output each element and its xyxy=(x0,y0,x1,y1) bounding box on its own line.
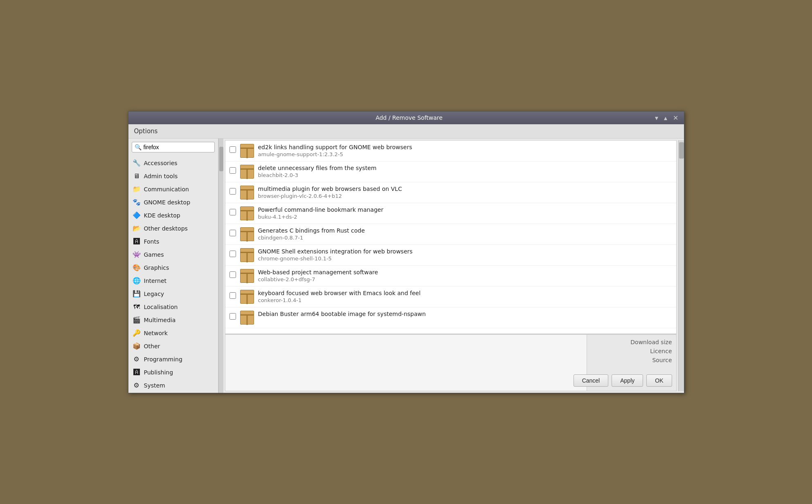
package-item[interactable]: ed2k links handling support for GNOME we… xyxy=(225,141,676,161)
package-title: ed2k links handling support for GNOME we… xyxy=(258,144,672,150)
minimize-button[interactable]: ▾ xyxy=(653,114,660,122)
licence-row: Licence xyxy=(591,348,672,354)
package-title: GNOME Shell extensions integration for w… xyxy=(258,248,672,255)
sidebar-item-other[interactable]: 📦 Other xyxy=(128,340,218,353)
package-name: bleachbit-2.0-3 xyxy=(258,172,672,178)
package-checkbox[interactable] xyxy=(229,188,236,195)
content-area: ed2k links handling support for GNOME we… xyxy=(223,139,678,393)
package-item[interactable]: GNOME Shell extensions integration for w… xyxy=(225,245,676,266)
sidebar-list: 🔧 Accessories 🖥 Admin tools 📁 Communicat… xyxy=(128,156,218,393)
package-info: Web-based project management software co… xyxy=(258,269,672,282)
package-checkbox[interactable] xyxy=(229,292,236,299)
package-icon xyxy=(240,290,254,304)
package-icon xyxy=(240,269,254,283)
package-checkbox[interactable] xyxy=(229,313,236,320)
package-icon xyxy=(240,311,254,325)
sidebar-item-localisation[interactable]: 🗺 Localisation xyxy=(128,300,218,314)
close-button[interactable]: ✕ xyxy=(671,114,680,122)
package-info: GNOME Shell extensions integration for w… xyxy=(258,248,672,262)
sidebar-icon-legacy: 💾 xyxy=(133,290,141,298)
package-name: conkeror-1.0.4-1 xyxy=(258,297,672,303)
download-size-row: Download size xyxy=(591,339,672,345)
sidebar-item-network[interactable]: 🔑 Network xyxy=(128,327,218,340)
package-title: Generates C bindings from Rust code xyxy=(258,227,672,234)
package-icon xyxy=(240,227,254,241)
sidebar-item-gnome-desktop[interactable]: 🐾 GNOME desktop xyxy=(128,196,218,209)
sidebar-item-programming[interactable]: ⚙ Programming xyxy=(128,353,218,366)
package-icon xyxy=(240,186,254,199)
sidebar-item-games[interactable]: 👾 Games xyxy=(128,248,218,261)
sidebar-icon-admin-tools: 🖥 xyxy=(133,172,141,180)
package-info: Powerful command-line bookmark manager b… xyxy=(258,206,672,220)
package-item[interactable]: delete unnecessary files from the system… xyxy=(225,161,676,182)
sidebar-scrollbar-thumb xyxy=(219,147,223,171)
maximize-button[interactable]: ▴ xyxy=(662,114,669,122)
package-checkbox[interactable] xyxy=(229,209,236,215)
search-icon: 🔍 xyxy=(135,144,142,150)
package-info: Debian Buster arm64 bootable image for s… xyxy=(258,311,672,318)
sidebar-item-admin-tools[interactable]: 🖥 Admin tools xyxy=(128,170,218,183)
sidebar-icon-programming: ⚙ xyxy=(133,355,141,363)
sidebar-item-communication[interactable]: 📁 Communication xyxy=(128,183,218,196)
sidebar-scrollbar[interactable] xyxy=(218,139,223,393)
sidebar-icon-kde-desktop: 🔷 xyxy=(133,211,141,220)
package-info: multimedia plugin for web browsers based… xyxy=(258,186,672,199)
cancel-button[interactable]: Cancel xyxy=(574,374,609,387)
sidebar-item-legacy[interactable]: 💾 Legacy xyxy=(128,287,218,300)
licence-label: Licence xyxy=(650,348,672,354)
window-title: Add / Remove Software xyxy=(165,114,653,121)
sidebar-label-games: Games xyxy=(144,251,164,258)
sidebar-label-programming: Programming xyxy=(144,356,182,363)
action-buttons: Cancel Apply OK xyxy=(591,371,672,387)
package-list-scrollbar[interactable] xyxy=(678,140,684,391)
sidebar-label-legacy: Legacy xyxy=(144,291,164,297)
package-item[interactable]: Powerful command-line bookmark manager b… xyxy=(225,203,676,224)
sidebar-item-graphics[interactable]: 🎨 Graphics xyxy=(128,261,218,274)
package-info: delete unnecessary files from the system… xyxy=(258,165,672,178)
package-item[interactable]: Debian Buster arm64 bootable image for s… xyxy=(225,307,676,328)
ok-button[interactable]: OK xyxy=(646,374,672,387)
description-box xyxy=(225,334,587,391)
search-box: 🔍 xyxy=(132,142,215,152)
sidebar-item-accessories[interactable]: 🔧 Accessories xyxy=(128,157,218,170)
sidebar-label-other-desktops: Other desktops xyxy=(144,225,188,232)
package-checkbox[interactable] xyxy=(229,271,236,278)
sidebar-icon-internet: 🌐 xyxy=(133,277,141,285)
sidebar-item-other-desktops[interactable]: 📂 Other desktops xyxy=(128,222,218,235)
apply-button[interactable]: Apply xyxy=(612,374,643,387)
download-size-label: Download size xyxy=(630,339,672,345)
sidebar-item-publishing[interactable]: 🅰 Publishing xyxy=(128,366,218,379)
sidebar-item-kde-desktop[interactable]: 🔷 KDE desktop xyxy=(128,209,218,222)
sidebar-icon-system: ⚙ xyxy=(133,381,141,390)
package-title: Powerful command-line bookmark manager xyxy=(258,206,672,213)
package-name: buku-4.1+ds-2 xyxy=(258,214,672,220)
package-title: Debian Buster arm64 bootable image for s… xyxy=(258,311,672,317)
package-item[interactable]: Generates C bindings from Rust code cbin… xyxy=(225,224,676,245)
package-icon xyxy=(240,206,254,220)
package-info: Generates C bindings from Rust code cbin… xyxy=(258,227,672,241)
sidebar-icon-accessories: 🔧 xyxy=(133,159,141,167)
package-info: ed2k links handling support for GNOME we… xyxy=(258,144,672,157)
package-item[interactable]: keyboard focused web browser with Emacs … xyxy=(225,287,676,307)
package-checkbox[interactable] xyxy=(229,230,236,236)
package-checkbox[interactable] xyxy=(229,251,236,257)
package-icon xyxy=(240,165,254,179)
sidebar-label-accessories: Accessories xyxy=(144,160,178,166)
search-input[interactable] xyxy=(144,144,212,150)
package-name: cbindgen-0.8.7-1 xyxy=(258,235,672,241)
source-row: Source xyxy=(591,357,672,363)
sidebar-icon-communication: 📁 xyxy=(133,185,141,193)
package-item[interactable]: Web-based project management software co… xyxy=(225,266,676,287)
sidebar-item-internet[interactable]: 🌐 Internet xyxy=(128,274,218,287)
sidebar-item-fonts[interactable]: 🅰 Fonts xyxy=(128,235,218,248)
sidebar-item-system[interactable]: ⚙ System xyxy=(128,379,218,392)
package-list-scrollbar-thumb xyxy=(679,142,684,159)
sidebar-label-graphics: Graphics xyxy=(144,264,169,271)
package-checkbox[interactable] xyxy=(229,167,236,174)
package-icon xyxy=(240,248,254,262)
package-checkbox[interactable] xyxy=(229,146,236,153)
sidebar-item-multimedia[interactable]: 🎬 Multimedia xyxy=(128,314,218,327)
sidebar-icon-gnome-desktop: 🐾 xyxy=(133,198,141,206)
package-item[interactable]: multimedia plugin for web browsers based… xyxy=(225,182,676,203)
options-bar: Options xyxy=(128,124,684,139)
